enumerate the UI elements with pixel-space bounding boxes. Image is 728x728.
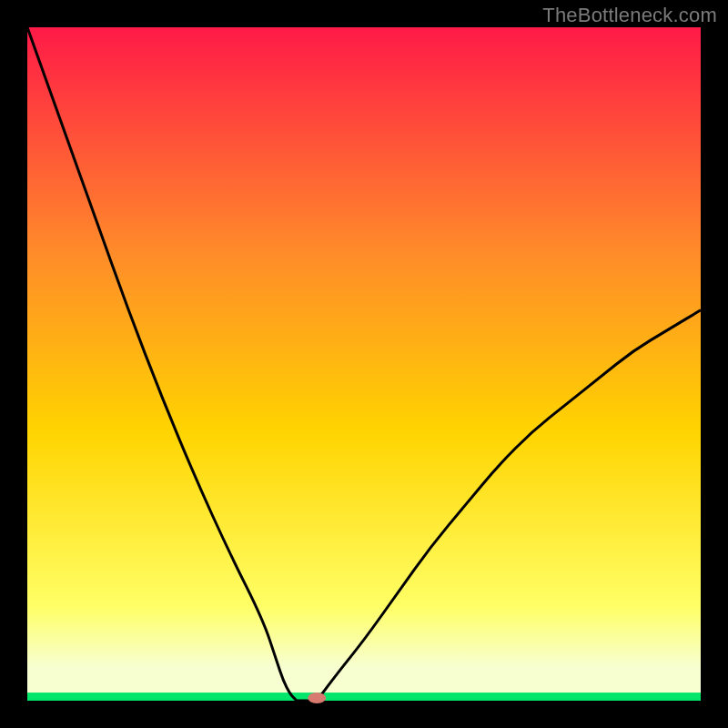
baseline-strip (27, 693, 701, 701)
bottleneck-chart (0, 0, 728, 728)
watermark-text: TheBottleneck.com (542, 4, 717, 27)
chart-frame: TheBottleneck.com (0, 0, 728, 728)
plot-background (27, 27, 701, 701)
minimum-marker (308, 693, 326, 703)
